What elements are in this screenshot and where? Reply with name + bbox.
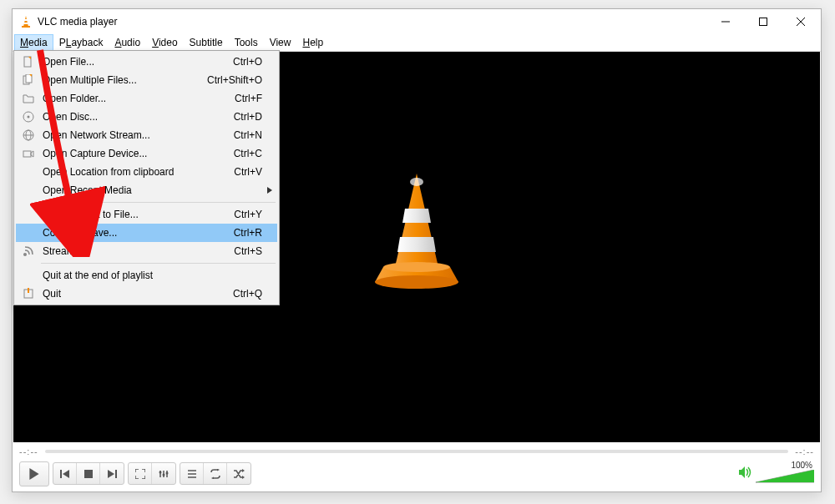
svg-point-11 xyxy=(383,262,450,272)
next-button[interactable] xyxy=(100,463,124,484)
network-icon xyxy=(19,126,38,144)
stream-icon xyxy=(19,242,38,260)
playlist-button[interactable] xyxy=(180,463,204,484)
menu-stream[interactable]: Stream... Ctrl+S xyxy=(16,242,277,260)
controls-bar: --:-- --:-- 100% xyxy=(13,442,821,491)
menu-help[interactable]: Help xyxy=(296,34,329,51)
stop-button[interactable] xyxy=(77,463,100,484)
svg-marker-0 xyxy=(23,16,28,27)
seek-bar: --:-- --:-- xyxy=(19,446,814,457)
svg-point-10 xyxy=(375,275,458,289)
separator xyxy=(41,263,276,264)
svg-marker-28 xyxy=(211,476,214,479)
svg-point-47 xyxy=(23,253,27,256)
menu-save-playlist[interactable]: Save Playlist to File... Ctrl+Y xyxy=(16,205,277,224)
svg-rect-15 xyxy=(84,470,93,478)
folder-icon xyxy=(19,89,38,108)
submenu-arrow-icon xyxy=(267,184,272,196)
menu-open-recent[interactable]: Open Recent Media xyxy=(16,181,277,199)
transport-group xyxy=(53,462,124,485)
menu-open-disc[interactable]: Open Disc... Ctrl+D xyxy=(16,108,277,126)
capture-icon xyxy=(19,144,38,163)
minimize-button[interactable] xyxy=(706,10,744,34)
svg-rect-2 xyxy=(24,23,28,24)
menu-open-file[interactable]: Open File... Ctrl+O xyxy=(16,53,277,71)
menu-media[interactable]: Media xyxy=(14,34,53,51)
loop-button[interactable] xyxy=(204,463,227,484)
svg-rect-3 xyxy=(22,26,30,28)
maximize-button[interactable] xyxy=(744,10,782,34)
svg-rect-13 xyxy=(60,470,62,478)
svg-marker-46 xyxy=(267,187,272,194)
svg-point-9 xyxy=(410,178,423,186)
svg-rect-5 xyxy=(759,18,767,26)
menu-subtitle[interactable]: Subtitle xyxy=(184,34,229,51)
extended-settings-button[interactable] xyxy=(152,463,175,484)
svg-marker-14 xyxy=(63,470,69,478)
separator xyxy=(41,202,276,203)
time-total: --:-- xyxy=(795,446,814,456)
menu-convert-save[interactable]: Convert / Save... Ctrl+R xyxy=(16,224,277,242)
disc-icon xyxy=(19,108,38,126)
playlist-group xyxy=(180,462,251,485)
svg-point-40 xyxy=(28,116,30,118)
menu-video[interactable]: Video xyxy=(146,34,183,51)
menu-view[interactable]: View xyxy=(264,34,297,51)
menu-open-folder[interactable]: Open Folder... Ctrl+F xyxy=(16,89,277,108)
svg-marker-33 xyxy=(756,470,814,482)
svg-rect-44 xyxy=(23,151,31,157)
svg-rect-1 xyxy=(24,19,28,21)
menu-tools[interactable]: Tools xyxy=(229,34,264,51)
svg-point-22 xyxy=(163,473,165,476)
menu-open-network[interactable]: Open Network Stream... Ctrl+N xyxy=(16,126,277,144)
vlc-cone-logo xyxy=(367,169,467,294)
menu-open-multiple-files[interactable]: Open Multiple Files... Ctrl+Shift+O xyxy=(16,71,277,89)
titlebar: VLC media player xyxy=(13,9,821,34)
menu-open-clipboard[interactable]: Open Location from clipboard Ctrl+V xyxy=(16,163,277,181)
media-dropdown: Open File... Ctrl+O Open Multiple Files.… xyxy=(13,50,280,305)
fullscreen-button[interactable] xyxy=(129,463,152,484)
shuffle-button[interactable] xyxy=(227,463,250,484)
svg-marker-16 xyxy=(108,470,114,478)
menu-quit[interactable]: Quit Ctrl+Q xyxy=(16,285,277,303)
previous-button[interactable] xyxy=(53,463,77,484)
svg-marker-31 xyxy=(739,466,745,478)
volume-percent: 100% xyxy=(791,461,812,470)
svg-marker-27 xyxy=(217,469,220,471)
files-icon xyxy=(19,71,38,89)
svg-rect-34 xyxy=(24,57,31,67)
svg-point-21 xyxy=(159,471,162,473)
menu-quit-end-playlist[interactable]: Quit at the end of playlist xyxy=(16,266,277,285)
time-elapsed: --:-- xyxy=(19,446,38,456)
file-icon xyxy=(19,53,38,71)
view-group xyxy=(128,462,176,485)
svg-marker-12 xyxy=(29,468,38,480)
svg-marker-29 xyxy=(242,469,245,472)
menubar: Media PLayback Audio Video Subtitle Tool… xyxy=(13,34,821,52)
window-title: VLC media player xyxy=(38,16,706,28)
menu-audio[interactable]: Audio xyxy=(109,34,146,51)
volume-slider[interactable] xyxy=(756,470,814,486)
close-button[interactable] xyxy=(782,10,819,34)
menu-open-capture[interactable]: Open Capture Device... Ctrl+C xyxy=(16,144,277,163)
menu-playback[interactable]: PLayback xyxy=(53,34,109,51)
quit-icon xyxy=(19,285,38,303)
play-button[interactable] xyxy=(19,461,49,486)
speaker-icon[interactable] xyxy=(739,466,752,481)
seek-track[interactable] xyxy=(45,450,789,453)
svg-marker-30 xyxy=(242,476,245,479)
svg-rect-17 xyxy=(115,470,117,478)
app-cone-icon xyxy=(19,15,33,28)
svg-point-23 xyxy=(166,471,169,474)
